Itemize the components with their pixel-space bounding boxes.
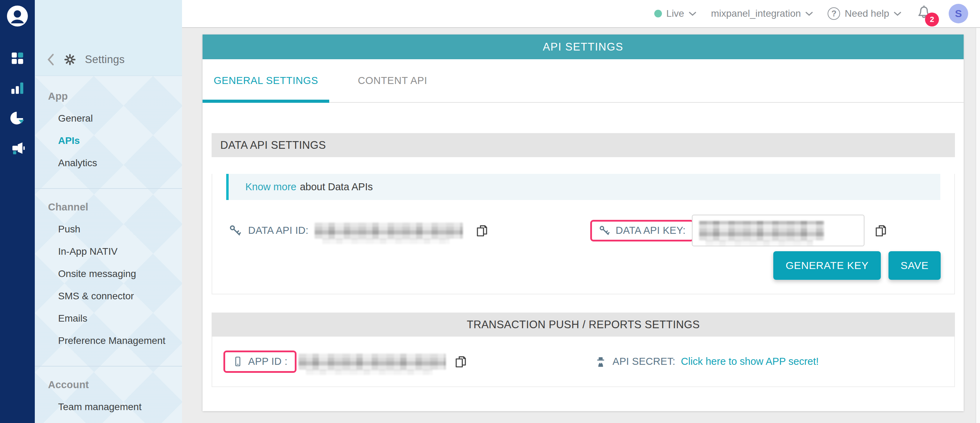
sidebar-item-push[interactable]: Push [35, 218, 182, 240]
sidebar-item-preference-management[interactable]: Preference Management [35, 330, 182, 352]
know-more-banner: Know more about Data APIs [226, 174, 940, 200]
sidebar-group-channel: Channel Push In-App NATIV Onsite messagi… [35, 188, 182, 366]
main-area: Live mixpanel_integration Need help 2 [182, 0, 980, 423]
mobile-icon [232, 356, 243, 367]
grid-dashboard-icon[interactable] [10, 50, 25, 66]
sidebar-item-sms-connector[interactable]: SMS & connector [35, 285, 182, 307]
need-help-label: Need help [845, 8, 889, 19]
project-name: mixpanel_integration [711, 8, 801, 19]
settings-sidebar-body: App General APIs Analytics Channel Push … [35, 76, 182, 423]
question-circle-icon [827, 7, 840, 20]
chevron-down-icon [805, 11, 813, 16]
copy-icon[interactable] [453, 354, 468, 369]
key-icon [229, 224, 242, 237]
rail-nav [10, 50, 25, 156]
pie-chart-icon[interactable] [10, 110, 25, 126]
sidebar-group-app: App General APIs Analytics [35, 81, 182, 188]
project-dropdown[interactable]: mixpanel_integration [711, 8, 813, 19]
sidebar-item-apis[interactable]: APIs [35, 129, 182, 152]
transaction-push-section: TRANSACTION PUSH / REPORTS SETTINGS APP … [212, 313, 955, 387]
gear-icon [64, 54, 76, 65]
group-label: Channel [35, 196, 182, 218]
data-api-settings-section: DATA API SETTINGS Know more about Data A… [212, 133, 955, 294]
back-chevron-icon[interactable] [46, 53, 55, 66]
sidebar-item-analytics[interactable]: Analytics [35, 152, 182, 174]
redacted-data-api-id [315, 223, 463, 239]
section-title: TRANSACTION PUSH / REPORTS SETTINGS [212, 313, 955, 337]
sidebar-item-general[interactable]: General [35, 107, 182, 129]
app-id-secret-row: APP ID : [212, 337, 954, 386]
spy-icon [594, 355, 607, 368]
sidebar-item-onsite-messaging[interactable]: Onsite messaging [35, 263, 182, 285]
data-api-key-field: DATA API KEY: [590, 215, 888, 246]
tab-content-api[interactable]: CONTENT API [329, 59, 456, 102]
copy-icon[interactable] [475, 223, 489, 238]
sidebar-title: Settings [85, 53, 124, 66]
notification-badge: 2 [925, 13, 939, 27]
bar-chart-icon[interactable] [10, 80, 25, 96]
data-api-key-highlight: DATA API KEY: [590, 220, 694, 241]
megaphone-icon[interactable] [10, 140, 25, 156]
sidebar-item-team-management[interactable]: Team management [35, 396, 182, 418]
tab-bar: GENERAL SETTINGS CONTENT API [202, 59, 964, 103]
avatar[interactable]: S [949, 4, 968, 23]
tab-general-settings[interactable]: GENERAL SETTINGS [202, 59, 329, 102]
data-api-key-label: DATA API KEY: [616, 225, 686, 236]
api-id-key-row: DATA API ID: [212, 215, 954, 246]
show-app-secret-link[interactable]: Click here to show APP secret! [681, 356, 819, 367]
generate-key-button[interactable]: GENERATE KEY [773, 251, 880, 280]
app-screen: Settings App General APIs Analytics Chan… [0, 0, 980, 423]
need-help-dropdown[interactable]: Need help [827, 7, 901, 20]
redacted-data-api-key [699, 221, 824, 240]
primary-nav-rail [0, 0, 35, 423]
sidebar-item-billing[interactable]: Billing [35, 418, 182, 423]
topbar: Live mixpanel_integration Need help 2 [182, 0, 980, 28]
data-api-id-label: DATA API ID: [248, 225, 308, 236]
redacted-app-id [299, 354, 446, 370]
app-id-label: APP ID : [248, 356, 288, 367]
sidebar-item-inapp-nativ[interactable]: In-App NATIV [35, 240, 182, 263]
save-button[interactable]: SAVE [888, 251, 941, 280]
scrollbar-track[interactable] [975, 28, 980, 423]
environment-label: Live [667, 8, 684, 19]
copy-icon[interactable] [873, 223, 888, 238]
chevron-down-icon [689, 11, 696, 16]
api-settings-card: API SETTINGS GENERAL SETTINGS CONTENT AP… [202, 35, 964, 411]
settings-sidebar: Settings App General APIs Analytics Chan… [35, 0, 182, 423]
know-more-link[interactable]: Know more [245, 181, 296, 193]
notifications-button[interactable]: 2 [916, 5, 932, 22]
api-secret-field: API SECRET: Click here to show APP secre… [594, 355, 819, 368]
settings-sidebar-header: Settings [35, 0, 182, 76]
sidebar-item-emails[interactable]: Emails [35, 307, 182, 330]
app-id-field: APP ID : [223, 351, 468, 373]
chevron-down-icon [894, 11, 901, 16]
environment-dropdown[interactable]: Live [654, 8, 696, 19]
api-secret-label: API SECRET: [612, 356, 676, 367]
data-api-key-input[interactable] [692, 215, 864, 246]
moengage-logo-icon[interactable] [6, 5, 29, 27]
know-more-text: about Data APIs [300, 181, 373, 193]
section-title: DATA API SETTINGS [212, 133, 955, 157]
group-label: Account [35, 374, 182, 396]
sidebar-group-account: Account Team management Billing [35, 366, 182, 423]
data-api-id-field: DATA API ID: [229, 223, 489, 239]
card-banner-title: API SETTINGS [202, 35, 964, 59]
key-icon [598, 225, 611, 236]
live-status-dot [654, 10, 662, 18]
buttons-row: GENERATE KEY SAVE [212, 251, 954, 294]
app-id-highlight: APP ID : [223, 351, 296, 373]
group-label: App [35, 85, 182, 107]
